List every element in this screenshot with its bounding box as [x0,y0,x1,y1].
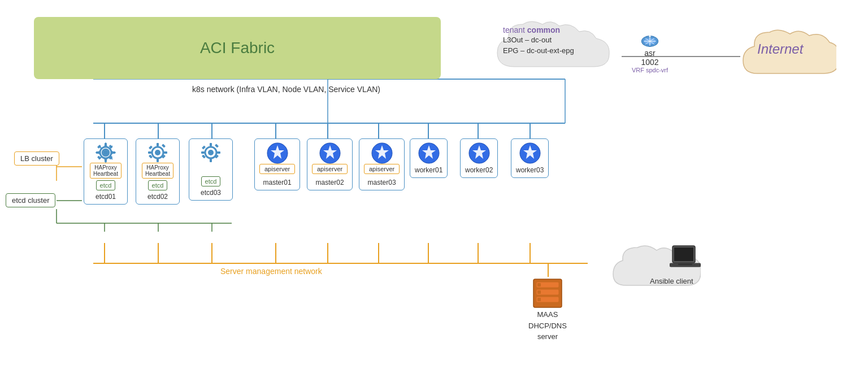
svg-rect-70 [215,144,219,147]
tenant-label: tenant common [503,25,574,34]
internet-cloud-shape [740,25,836,93]
etcd-box-etcd01: etcd [96,180,116,190]
svg-rect-55 [157,143,159,146]
svg-rect-83 [537,283,541,286]
svg-rect-85 [537,298,541,301]
node-name-etcd03: etcd03 [201,189,221,197]
k8s-network-label: k8s network (Infra VLAN, Node VLAN, Serv… [192,85,380,94]
svg-rect-87 [674,248,693,261]
etcd-box-etcd02: etcd [148,180,168,190]
k8s-icon-worker01 [418,142,440,164]
node-master01: apiserver master01 [254,138,300,190]
svg-rect-65 [210,143,212,146]
svg-rect-56 [157,159,159,162]
node-name-master03: master03 [368,179,396,186]
node-name-etcd01: etcd01 [96,193,116,201]
maas-label: MAASDHCP/DNSserver [528,309,567,342]
ansible-label: Ansible client [650,277,693,285]
svg-rect-47 [96,151,99,154]
svg-rect-58 [164,151,167,154]
svg-rect-48 [112,151,115,154]
gear-icon-etcd03 [201,142,221,163]
gear-icon-etcd02 [147,142,168,163]
router-name: asr [644,49,655,58]
svg-rect-60 [162,144,166,147]
aci-fabric-label: ACI Fabric [200,39,275,57]
svg-rect-59 [149,145,153,149]
node-worker03: worker03 [511,138,549,178]
maas-server-icon [531,278,565,309]
router-vrf: VRF spdc-vrf [632,67,668,73]
router: asr 1002 VRF spdc-vrf [627,34,672,73]
svg-rect-45 [105,143,107,146]
aci-fabric-banner: ACI Fabric [34,17,441,79]
node-master02: apiserver master02 [307,138,353,190]
haproxy-heartbeat-etcd01: HAProxyHeartbeat [90,163,121,179]
svg-point-64 [208,150,214,155]
k8s-icon-master02 [319,142,341,164]
ansible-laptop [670,244,701,275]
node-name-worker01: worker01 [415,166,442,174]
node-worker01: worker01 [410,138,448,178]
apiserver-box-master02: apiserver [312,164,348,174]
svg-rect-67 [201,151,205,154]
router-icon [633,34,667,49]
lb-cluster-box: LB cluster [14,151,59,166]
router-number: 1002 [641,58,658,67]
node-etcd03: etcd etcd03 [189,138,233,201]
svg-rect-46 [105,159,107,162]
haproxy-heartbeat-etcd02: HAProxyHeartbeat [142,163,173,179]
node-name-master01: master01 [263,179,292,186]
node-etcd01: HAProxyHeartbeat etcd etcd01 [84,138,128,205]
svg-rect-89 [678,263,692,265]
internet-cloud: Internet [740,25,836,95]
internet-label: Internet [757,41,803,57]
maas-server: MAASDHCP/DNSserver [528,278,567,342]
node-name-worker03: worker03 [516,166,544,174]
node-name-etcd02: etcd02 [147,193,168,201]
gear-icon-etcd01 [96,142,116,163]
tenant-cloud-text: tenant common L3Out – dc-out EPG – dc-ou… [503,25,574,55]
svg-rect-68 [217,151,220,154]
svg-point-54 [155,150,160,155]
k8s-icon-master03 [371,142,393,164]
etcd-cluster-box: etcd cluster [6,193,55,207]
k8s-icon-worker02 [468,142,490,164]
svg-point-44 [103,150,108,155]
svg-rect-66 [210,159,212,162]
node-worker02: worker02 [460,138,498,178]
tenant-epg: EPG – dc-out-ext-epg [503,46,574,55]
k8s-icon-worker03 [519,142,541,164]
laptop-icon [670,244,701,272]
k8s-icon-master01 [267,142,288,164]
node-name-master02: master02 [316,179,344,186]
node-name-worker02: worker02 [465,166,493,174]
svg-rect-69 [202,145,206,149]
etcd-box-etcd03: etcd [201,176,221,186]
mgmt-network-label: Server management network [220,267,322,276]
node-master03: apiserver master03 [359,138,405,190]
apiserver-box-master01: apiserver [259,164,295,174]
svg-rect-57 [148,151,151,154]
apiserver-box-master03: apiserver [364,164,400,174]
svg-rect-84 [537,290,541,294]
node-etcd02: HAProxyHeartbeat etcd etcd02 [136,138,180,205]
tenant-l3out: L3Out – dc-out [503,34,574,46]
